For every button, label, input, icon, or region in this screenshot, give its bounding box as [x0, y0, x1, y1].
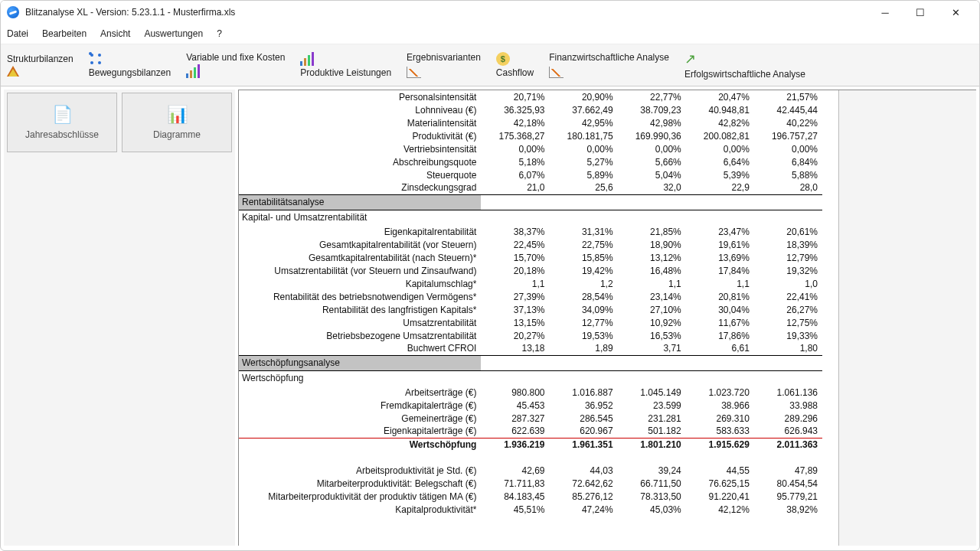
menu-help[interactable]: ? — [217, 28, 222, 39]
cell-value: 28,0 — [754, 181, 822, 194]
row-label: Rentabilität des langfristigen Kapitals* — [239, 303, 481, 316]
row-label: Gesamtkapitalrentabilität (nach Steuern)… — [239, 251, 481, 264]
row-label: Steuerquote — [239, 168, 481, 181]
cell-value: 85.276,12 — [550, 490, 618, 503]
row-label: Abschreibungsquote — [239, 155, 481, 168]
table-row: Eigenkapitalrentabilität38,37%31,31%21,8… — [239, 225, 822, 238]
cell-value: 15,70% — [481, 251, 549, 264]
table-row: Mitarbeiterproduktivität der produktiv t… — [239, 490, 822, 503]
sidebar-diagramme-label: Diagramme — [153, 129, 201, 140]
cell-value: 27,39% — [481, 290, 549, 303]
cell-value: 44,03 — [550, 464, 618, 477]
row-label: Buchwert CFROI — [239, 342, 481, 355]
cell-value: 13,69% — [686, 251, 754, 264]
minimize-button[interactable]: ─ — [867, 1, 903, 24]
close-button[interactable]: ✕ — [938, 1, 973, 24]
cell-value: 18,90% — [618, 238, 686, 251]
graph-icon — [407, 64, 420, 78]
sheet-scroll[interactable]: Personalsintensität20,71%20,90%22,77%20,… — [239, 90, 838, 546]
cell-value: 1.936.219 — [481, 438, 549, 451]
menu-bar: Datei Bearbeiten Ansicht Auswertungen ? — [1, 24, 979, 44]
toolbar-strukturbilanzen-icon[interactable] — [7, 66, 74, 77]
table-row: Gesamtkapitalrentabilität (nach Steuern)… — [239, 251, 822, 264]
menu-auswertungen[interactable]: Auswertungen — [144, 28, 203, 39]
cell-value: 5,66% — [618, 155, 686, 168]
cell-value: 19,61% — [686, 238, 754, 251]
cell-value: 626.943 — [754, 425, 822, 438]
table-row: Betriebsbezogene Umsatzrentabilität20,27… — [239, 329, 822, 342]
toolbar-finanz-icon[interactable] — [549, 64, 669, 78]
cell-value: 1.061.136 — [754, 386, 822, 399]
title-bar: Blitzanalyse XL - Version: 5.23.1.1 - Mu… — [1, 1, 979, 24]
menu-datei[interactable]: Datei — [7, 28, 28, 39]
toolbar-erfolg[interactable]: Erfolgswirtschaftliche Analyse — [684, 69, 805, 80]
toolbar-ergebnisvarianten[interactable]: Ergebnisvarianten — [407, 52, 481, 63]
cell-value: 287.327 — [481, 412, 549, 425]
table-row: Rentabilität des langfristigen Kapitals*… — [239, 303, 822, 316]
menu-bearbeiten[interactable]: Bearbeiten — [42, 28, 87, 39]
cell-value: 1.023.720 — [686, 386, 754, 399]
table-row: Kapitalumschlag*1,11,21,11,11,0 — [239, 277, 822, 290]
arrow-up-icon: ↗ — [684, 51, 696, 67]
row-label: Gesamtkapitalrentabilität (vor Steuern) — [239, 238, 481, 251]
cell-value: 17,84% — [686, 264, 754, 277]
cell-value: 5,39% — [686, 168, 754, 181]
sidebar-jahresabschluesse[interactable]: 📄 Jahresabschlüsse — [7, 93, 117, 152]
cell-value: 2.011.363 — [754, 438, 822, 451]
table-row: Eigenkapitalerträge (€)622.639620.967501… — [239, 425, 822, 438]
cell-value: 23,47% — [686, 225, 754, 238]
cell-value: 1.915.629 — [686, 438, 754, 451]
table-row: Gesamtkapitalrentabilität (vor Steuern)2… — [239, 238, 822, 251]
toolbar-strukturbilanzen[interactable]: Strukturbilanzen — [7, 54, 74, 64]
table-row: Rentabilität des betriebsnotwendigen Ver… — [239, 290, 822, 303]
row-label: Fremdkapitalerträge (€) — [239, 399, 481, 412]
row-label: Eigenkapitalerträge (€) — [239, 425, 481, 438]
cell-value: 19,32% — [754, 264, 822, 277]
toolbar-bewegungsbilanzen[interactable]: Bewegungsbilanzen — [89, 67, 171, 78]
toolbar-variable-fixe-icon[interactable] — [186, 64, 285, 78]
toolbar-erfolg-icon[interactable]: ↗ — [684, 51, 805, 67]
row-label: Umsatzrentabilität (vor Steuern und Zins… — [239, 264, 481, 277]
cell-value: 17,86% — [686, 329, 754, 342]
triangle-icon — [7, 66, 19, 77]
cell-value: 42.445,44 — [754, 103, 822, 116]
cell-value: 501.182 — [618, 425, 686, 438]
toolbar-cashflow-icon[interactable]: $ — [496, 52, 534, 66]
table-row: Zinsdeckungsgrad21,025,632,022,928,0 — [239, 181, 822, 194]
menu-ansicht[interactable]: Ansicht — [100, 28, 130, 39]
cell-value: 20,90% — [550, 90, 618, 103]
right-margin — [838, 90, 976, 546]
toolbar-cashflow[interactable]: Cashflow — [496, 67, 534, 78]
row-label: Gemeinerträge (€) — [239, 412, 481, 425]
maximize-button[interactable]: ☐ — [903, 1, 938, 24]
toolbar-produktive[interactable]: Produktive Leistungen — [300, 67, 391, 78]
cell-value: 5,88% — [754, 168, 822, 181]
document-icon: 📄 — [52, 105, 73, 125]
cell-value: 622.639 — [481, 425, 549, 438]
cell-value: 45,51% — [481, 503, 549, 516]
row-label: Betriebsbezogene Umsatzrentabilität — [239, 329, 481, 342]
row-label: Kapitalumschlag* — [239, 277, 481, 290]
data-table: Personalsintensität20,71%20,90%22,77%20,… — [239, 90, 822, 516]
cell-value: 23.599 — [618, 399, 686, 412]
toolbar-variable-fixe[interactable]: Variable und fixe Kosten — [186, 52, 285, 63]
cell-value: 42,98% — [618, 116, 686, 129]
sidebar-diagramme[interactable]: 📊 Diagramme — [122, 93, 232, 152]
toolbar-produktive-icon[interactable] — [300, 52, 391, 66]
cell-value: 5,04% — [618, 168, 686, 181]
table-row: Steuerquote6,07%5,89%5,04%5,39%5,88% — [239, 168, 822, 181]
cell-value: 40.948,81 — [686, 103, 754, 116]
cell-value: 38.966 — [686, 399, 754, 412]
bars-icon — [186, 64, 200, 78]
cell-value: 76.625,15 — [686, 477, 754, 490]
cell-value: 6,64% — [686, 155, 754, 168]
cell-value: 31,31% — [550, 225, 618, 238]
cell-value: 37.662,49 — [550, 103, 618, 116]
toolbar-finanz[interactable]: Finanzwirtschaftliche Analyse — [549, 52, 669, 63]
row-label: Eigenkapitalrentabilität — [239, 225, 481, 238]
cell-value: 12,79% — [754, 251, 822, 264]
section-header: Wertschöpfungsanalyse — [239, 355, 822, 370]
table-row: Vertriebsintensität0,00%0,00%0,00%0,00%0… — [239, 142, 822, 155]
toolbar-ergebnisvarianten-icon[interactable] — [407, 64, 481, 78]
toolbar-bewegungsbilanzen-icon[interactable] — [89, 52, 171, 66]
